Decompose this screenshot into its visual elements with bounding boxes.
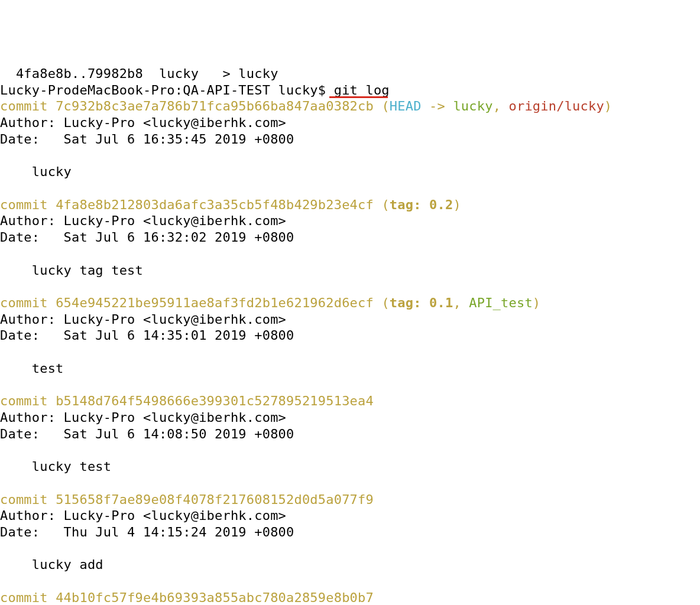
date-value: Sat Jul 6 14:35:01 2019 +0800 xyxy=(64,328,294,343)
commit-prefix: commit xyxy=(0,295,56,310)
commit-hash: 654e945221be95911ae8af3fd2b1e621962d6ecf xyxy=(56,295,374,310)
refs-open: ( xyxy=(374,197,390,212)
tag-ref: tag: 0.1 xyxy=(390,295,453,310)
commit-message: lucky test xyxy=(0,459,111,474)
commit-message: lucky xyxy=(0,164,72,179)
date-value: Sat Jul 6 14:08:50 2019 +0800 xyxy=(64,427,294,441)
author-value: Lucky-Pro <lucky@iberhk.com> xyxy=(64,312,286,327)
prompt-text: Lucky-ProdeMacBook-Pro:QA-API-TEST lucky… xyxy=(0,83,390,97)
date-value: Thu Jul 4 14:15:24 2019 +0800 xyxy=(64,525,294,539)
commit-hash: 515658f7ae89e08f4078f217608152d0d5a077f9 xyxy=(56,492,374,507)
commit-message: lucky tag test xyxy=(0,263,143,278)
author-value: Lucky-Pro <lucky@iberhk.com> xyxy=(64,410,286,425)
refs-close: ) xyxy=(453,197,461,212)
date-label: Date: xyxy=(0,525,64,539)
author-value: Lucky-Pro <lucky@iberhk.com> xyxy=(64,213,286,228)
head-ref: HEAD xyxy=(390,99,422,113)
date-label: Date: xyxy=(0,427,64,441)
arrow: -> xyxy=(422,99,453,113)
author-label: Author: xyxy=(0,213,64,228)
commit-prefix: commit xyxy=(0,99,56,113)
branch-ref: lucky xyxy=(453,99,492,113)
commit-message: lucky add xyxy=(0,557,103,572)
commit-prefix: commit xyxy=(0,197,56,212)
date-value: Sat Jul 6 16:35:45 2019 +0800 xyxy=(64,132,294,147)
commit-prefix: commit xyxy=(0,492,56,507)
refs-open: ( xyxy=(374,295,390,310)
date-label: Date: xyxy=(0,328,64,343)
commit-prefix: commit xyxy=(0,393,56,408)
fragment-line: 4fa8e8b..79982b8 lucky > lucky xyxy=(0,66,278,81)
branch-ref: API_test xyxy=(469,295,533,310)
remote-ref: origin/lucky xyxy=(509,99,604,113)
author-value: Lucky-Pro <lucky@iberhk.com> xyxy=(64,508,286,523)
commit-message: test xyxy=(0,361,64,376)
date-label: Date: xyxy=(0,230,64,245)
commit-hash: b5148d764f5498666e399301c527895219513ea4 xyxy=(56,393,374,408)
prompt-line[interactable]: Lucky-ProdeMacBook-Pro:QA-API-TEST lucky… xyxy=(0,83,390,97)
commit-hash: 7c932b8c3ae7a786b71fca95b66ba847aa0382cb xyxy=(56,99,374,113)
author-label: Author: xyxy=(0,410,64,425)
commit-prefix: commit xyxy=(0,590,56,605)
refs-sep: , xyxy=(453,295,469,310)
author-value: Lucky-Pro <lucky@iberhk.com> xyxy=(64,115,286,130)
annotation-underline xyxy=(329,96,388,98)
author-label: Author: xyxy=(0,115,64,130)
date-label: Date: xyxy=(0,132,64,147)
commit-hash: 44b10fc57f9e4b69393a855abc780a2859e8b0b7 xyxy=(56,590,374,605)
date-value: Sat Jul 6 16:32:02 2019 +0800 xyxy=(64,230,294,245)
terminal-output: 4fa8e8b..79982b8 lucky > lucky Lucky-Pro… xyxy=(0,66,700,605)
author-label: Author: xyxy=(0,508,64,523)
refs-close: ) xyxy=(604,99,612,113)
author-label: Author: xyxy=(0,312,64,327)
tag-ref: tag: 0.2 xyxy=(390,197,453,212)
refs-open: ( xyxy=(374,99,390,113)
commit-hash: 4fa8e8b212803da6afc3a35cb5f48b429b23e4cf xyxy=(56,197,374,212)
refs-close: ) xyxy=(533,295,540,310)
refs-sep: , xyxy=(493,99,509,113)
